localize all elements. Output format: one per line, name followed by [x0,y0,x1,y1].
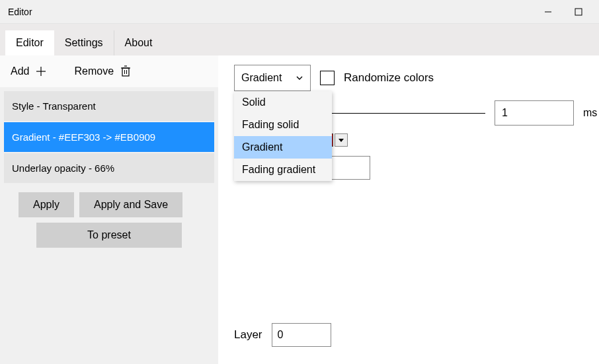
action-buttons: Apply Apply and Save [0,190,218,220]
maximize-icon [575,8,582,16]
add-button[interactable]: Add [7,61,52,82]
svg-marker-9 [339,139,344,142]
type-combo[interactable]: Gradient [234,65,311,91]
minimize-button[interactable] [533,0,563,24]
apply-button[interactable]: Apply [19,192,74,217]
remove-label: Remove [74,65,114,77]
list-item[interactable]: Underlay opacity - 66% [4,153,214,183]
randomize-label: Randomize colors [344,71,434,85]
titlebar: Editor [0,0,599,24]
window-title: Editor [5,7,32,17]
randomize-checkbox[interactable] [320,71,335,85]
type-option-fading-gradient[interactable]: Fading gradient [234,159,332,181]
apply-save-button[interactable]: Apply and Save [79,192,182,217]
layer-label: Layer [234,328,262,342]
type-dropdown: Solid Fading solid Gradient Fading gradi… [234,91,332,181]
color-dropdown-button[interactable] [335,133,348,147]
tabstrip: Editor Settings About [0,24,599,55]
list-item[interactable]: Gradient - #EEF303 -> #EB0909 [4,122,214,152]
type-option-fading-solid[interactable]: Fading solid [234,114,332,136]
properties-pane: Gradient Randomize colors Solid Fading s… [218,55,599,364]
tab-about[interactable]: About [114,30,163,55]
list-item[interactable]: Style - Transparent [4,91,214,121]
chevron-down-icon [296,74,303,82]
layer-list: Style - Transparent Gradient - #EEF303 -… [0,87,218,190]
content: Add Remove Style - Transparent Gradient … [0,55,599,364]
duration-unit: ms [583,107,597,119]
svg-rect-4 [122,68,129,76]
remove-button[interactable]: Remove [70,61,136,82]
layer-toolbar: Add Remove [0,55,218,87]
layer-input[interactable] [272,323,331,347]
minimize-icon [544,8,552,16]
type-combo-value: Gradient [241,72,282,84]
type-option-gradient[interactable]: Gradient [234,136,332,159]
type-option-solid[interactable]: Solid [234,91,332,114]
left-pane: Add Remove Style - Transparent Gradient … [0,55,218,364]
maximize-button[interactable] [563,0,594,24]
plus-icon [34,65,48,78]
trash-icon [119,65,132,78]
to-preset-button[interactable]: To preset [36,223,182,248]
svg-rect-1 [575,9,582,15]
tab-editor[interactable]: Editor [5,30,54,55]
add-label: Add [11,65,29,77]
tab-settings[interactable]: Settings [54,30,114,55]
caret-down-icon [339,137,344,143]
duration-input[interactable] [495,100,574,126]
